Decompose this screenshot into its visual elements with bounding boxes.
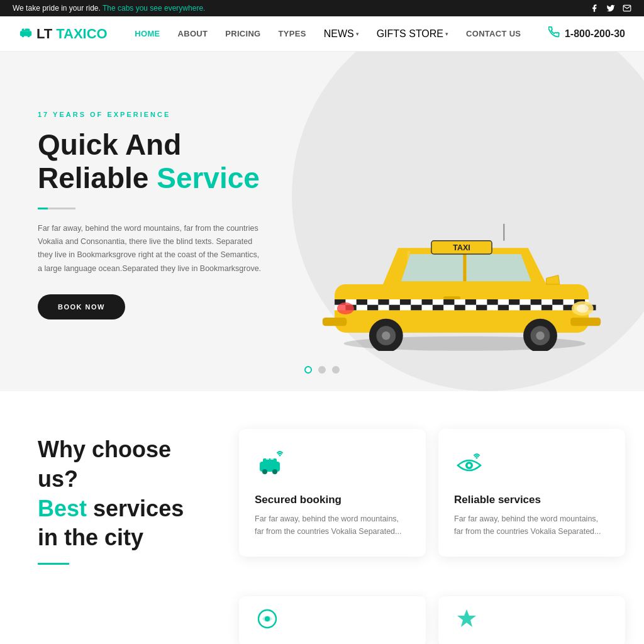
hero-title: Quick And Reliable Service [38, 128, 264, 195]
secured-booking-icon [255, 448, 410, 484]
svg-rect-21 [367, 305, 378, 311]
phone-icon [548, 26, 560, 41]
secured-booking-title: Secured booking [255, 494, 410, 506]
nav-gifts-store-label: GIFTS STORE [377, 28, 443, 40]
svg-rect-13 [443, 299, 454, 305]
bottom-cards-row [0, 596, 644, 644]
why-card-reliable-services: Reliable services Far far away, behind t… [438, 429, 625, 557]
slider-dot-3[interactable] [332, 366, 340, 374]
svg-rect-27 [498, 305, 509, 311]
phone-number: 1-800-200-30 [565, 28, 625, 40]
svg-point-54 [468, 464, 471, 467]
book-now-button[interactable]: BOOK NOW [38, 294, 125, 319]
hero-slider-dots [304, 366, 340, 374]
svg-rect-9 [357, 299, 367, 305]
svg-rect-0 [20, 31, 31, 36]
hero-title-line1: Quick And [38, 128, 181, 161]
email-icon[interactable] [623, 4, 631, 13]
svg-rect-35 [570, 318, 601, 326]
hero-tagline: 17 YEARS OF EXPERIENCE [38, 111, 264, 118]
svg-rect-48 [266, 457, 269, 460]
svg-point-50 [262, 469, 267, 474]
logo-lt: LT [36, 26, 52, 42]
why-heading-green: Best [38, 496, 87, 521]
svg-point-42 [382, 331, 390, 340]
svg-point-37 [577, 304, 589, 313]
nav-types[interactable]: TYPES [279, 29, 306, 38]
svg-rect-3 [24, 29, 25, 30]
nav-news-label: NEWS [324, 28, 354, 40]
why-cards-grid: Secured booking Far far away, behind the… [239, 429, 625, 557]
why-heading-line1: Why choose us? [38, 436, 171, 492]
svg-point-1 [22, 35, 25, 38]
svg-point-57 [265, 616, 270, 621]
why-heading: Why choose us? Best services in the city [38, 435, 214, 553]
svg-rect-38 [323, 318, 347, 326]
top-bar-plain-text: We take pride in your ride. [13, 4, 103, 13]
slider-dot-2[interactable] [318, 366, 326, 374]
nav-about[interactable]: ABOUT [178, 29, 208, 38]
header: LT TAXICO HOME ABOUT PRICING TYPES NEWS … [0, 16, 644, 52]
nav-news[interactable]: NEWS ▾ [324, 28, 359, 40]
svg-rect-23 [411, 305, 421, 311]
svg-rect-24 [433, 305, 443, 311]
card4-icon [454, 606, 479, 636]
svg-point-52 [279, 455, 281, 457]
svg-rect-26 [476, 305, 487, 311]
svg-rect-46 [443, 296, 460, 299]
svg-rect-11 [400, 299, 411, 305]
svg-rect-49 [270, 457, 274, 460]
why-heading-rest: services [87, 496, 184, 521]
why-left-content: Why choose us? Best services in the city [19, 429, 220, 571]
social-icons [590, 4, 631, 13]
svg-point-2 [28, 35, 30, 38]
svg-rect-16 [509, 299, 519, 305]
svg-rect-28 [519, 305, 530, 311]
facebook-icon[interactable] [590, 4, 599, 13]
why-card-secured-booking: Secured booking Far far away, behind the… [239, 429, 426, 557]
twitter-icon[interactable] [606, 4, 615, 13]
hero-title-line2-green: Service [157, 162, 260, 194]
hero-car-image: TAXI [304, 206, 619, 353]
why-card-3 [239, 596, 426, 644]
slider-dot-1[interactable] [304, 366, 312, 374]
nav-contact-us[interactable]: CONTACT US [466, 29, 521, 38]
reliable-services-title: Reliable services [454, 494, 609, 506]
svg-point-39 [337, 303, 354, 314]
why-card-4 [438, 596, 625, 644]
svg-rect-15 [487, 299, 497, 305]
hero-divider [38, 208, 75, 209]
svg-point-45 [536, 331, 544, 340]
svg-marker-58 [457, 609, 476, 627]
chevron-down-icon: ▾ [356, 31, 359, 37]
svg-text:TAXI: TAXI [453, 243, 470, 252]
svg-rect-22 [389, 305, 400, 311]
logo[interactable]: LT TAXICO [19, 25, 108, 42]
svg-rect-25 [454, 305, 465, 311]
top-bar: We take pride in your ride. The cabs you… [0, 0, 644, 16]
hero-description: Far far away, behind the word mountains,… [38, 222, 264, 275]
svg-rect-47 [260, 462, 280, 472]
reliable-services-desc: Far far away, behind the word mountains,… [454, 513, 609, 538]
reliable-services-icon [454, 448, 609, 484]
svg-rect-10 [378, 299, 389, 305]
nav-home[interactable]: HOME [135, 29, 160, 38]
svg-rect-18 [552, 299, 563, 305]
hero-content: 17 YEARS OF EXPERIENCE Quick And Reliabl… [38, 111, 264, 319]
svg-rect-17 [531, 299, 541, 305]
card3-icon [255, 606, 280, 636]
nav-pricing[interactable]: PRICING [225, 29, 260, 38]
svg-point-51 [272, 469, 277, 474]
svg-rect-12 [422, 299, 433, 305]
main-nav: HOME ABOUT PRICING TYPES NEWS ▾ GIFTS ST… [135, 28, 521, 40]
top-bar-message: We take pride in your ride. The cabs you… [13, 4, 205, 13]
svg-rect-29 [541, 305, 552, 311]
nav-gifts-store[interactable]: GIFTS STORE ▾ [377, 28, 448, 40]
hero-title-line2-plain: Reliable [38, 162, 157, 194]
svg-point-55 [476, 457, 478, 459]
svg-rect-14 [465, 299, 476, 305]
header-phone: 1-800-200-30 [548, 26, 625, 41]
top-bar-highlight-text: The cabs you see everywhere. [103, 4, 205, 13]
chevron-down-icon: ▾ [445, 31, 448, 37]
logo-icon [19, 25, 33, 42]
